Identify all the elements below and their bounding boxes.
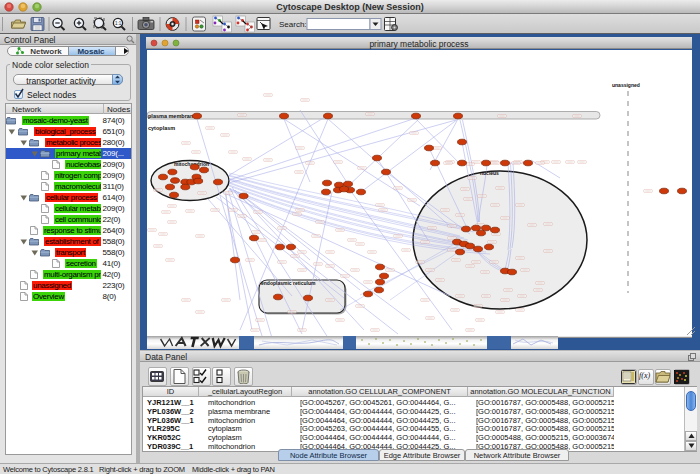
svg-text:nucleus: nucleus xyxy=(480,170,499,176)
svg-text:Search:: Search: xyxy=(279,20,307,29)
svg-text:1:1: 1:1 xyxy=(115,21,122,26)
svg-text:Network: Network xyxy=(30,47,62,56)
svg-text:unassigned: unassigned xyxy=(612,82,640,88)
svg-text:Mosaic: Mosaic xyxy=(77,47,105,56)
svg-text:plasma membrane: plasma membrane xyxy=(148,113,196,119)
svg-text:cytoplasm: cytoplasm xyxy=(148,125,175,131)
svg-text:endoplasmic reticulum: endoplasmic reticulum xyxy=(261,280,316,286)
